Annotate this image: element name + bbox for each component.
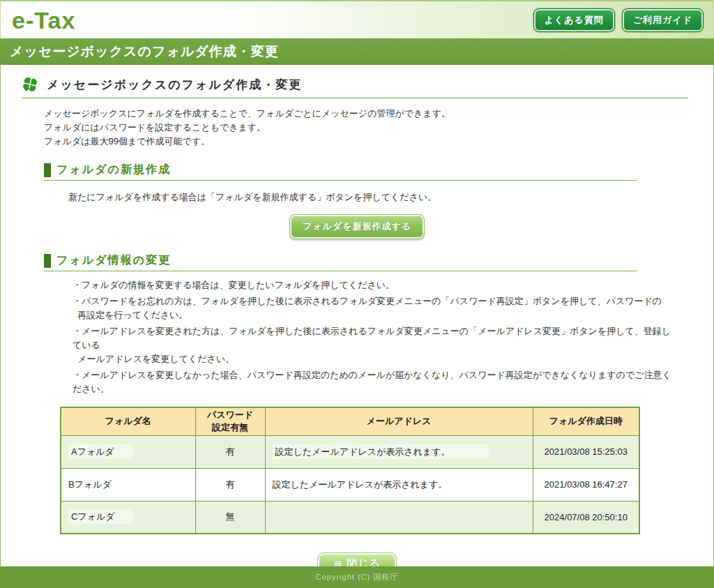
created-datetime: 2024/07/08 20:50:10	[533, 501, 639, 534]
col-header-email: メールアドレス	[265, 407, 533, 435]
page-title-bar-text: メッセージボックスのフォルダ作成・変更	[10, 44, 279, 59]
created-datetime: 2021/03/08 15:25:03	[533, 435, 639, 468]
page-title-bar: メッセージボックスのフォルダ作成・変更	[0, 38, 714, 65]
change-instructions-list: ・フォルダの情報を変更する場合は、変更したいフォルダを押してください。 ・パスワ…	[73, 278, 671, 396]
intro-line: フォルダにはパスワードを設定することもできます。	[1, 121, 713, 135]
table-row-folder-c[interactable]: Cフォルダ 無 2024/07/08 20:50:10	[61, 501, 639, 534]
instruction-item: ・パスワードをお忘れの方は、フォルダを押した後に表示されるフォルダ変更メニューの…	[73, 294, 671, 322]
clover-icon	[22, 76, 38, 93]
intro-text: メッセージボックスにフォルダを作成することで、フォルダごとにメッセージの管理がで…	[1, 107, 713, 149]
section-title-change: フォルダ情報の変更	[44, 253, 637, 271]
folder-name[interactable]: Cフォルダ	[68, 509, 133, 524]
email-value: 設定したメールアドレスが表示されます。	[273, 444, 489, 459]
page-heading: メッセージボックスのフォルダ作成・変更	[22, 76, 688, 98]
intro-line: メッセージボックスにフォルダを作成することで、フォルダごとにメッセージの管理がで…	[1, 107, 713, 121]
close-button[interactable]: ⊗ 閉じる	[317, 552, 396, 566]
create-folder-button[interactable]: フォルダを新規作成する	[289, 214, 425, 239]
folder-table: フォルダ名 パスワード 設定有無 メールアドレス フォルダ作成日時 Aフォルダ …	[60, 407, 640, 534]
intro-line: フォルダは最大99個まで作成可能です。	[1, 135, 713, 149]
header-nav: よくある質問 ご利用ガイド	[533, 8, 704, 32]
header: e-Tax よくある質問 ご利用ガイド	[0, 0, 714, 38]
section-title-create: フォルダの新規作成	[44, 163, 637, 181]
close-button-label: 閉じる	[347, 557, 381, 566]
section-change-folder: フォルダ情報の変更 ・フォルダの情報を変更する場合は、変更したいフォルダを押して…	[1, 253, 713, 534]
col-header-password-set: パスワード 設定有無	[195, 407, 265, 435]
main-content: メッセージボックスのフォルダ作成・変更 メッセージボックスにフォルダを作成するこ…	[0, 65, 714, 566]
section-create-folder: フォルダの新規作成 新たにフォルダを作成する場合は「フォルダを新規作成する」ボタ…	[1, 163, 713, 239]
footer: Copyright (C) 国税庁	[0, 566, 714, 588]
password-flag: 無	[195, 501, 265, 534]
instruction-item: ・メールアドレスを変更された方は、フォルダを押した後に表示されるフォルダ変更メニ…	[73, 324, 671, 366]
create-button-row: フォルダを新規作成する	[1, 214, 713, 239]
instruction-item: ・メールアドレスを変更しなかった場合、パスワード再設定のためのメールが届かなくな…	[73, 368, 671, 396]
section-marker-icon	[44, 163, 51, 177]
section-title-text: フォルダ情報の変更	[56, 253, 171, 268]
close-circle-icon: ⊗	[333, 559, 343, 566]
folder-name[interactable]: Bフォルダ	[68, 479, 112, 490]
password-flag: 有	[195, 435, 265, 468]
section-marker-icon	[44, 254, 51, 268]
usage-guide-button[interactable]: ご利用ガイド	[622, 8, 704, 32]
table-row-folder-a[interactable]: Aフォルダ 有 設定したメールアドレスが表示されます。 2021/03/08 1…	[61, 435, 639, 468]
col-header-folder-name: フォルダ名	[61, 407, 195, 435]
create-folder-description: 新たにフォルダを作成する場合は「フォルダを新規作成する」ボタンを押してください。	[68, 191, 713, 204]
close-button-row: ⊗ 閉じる	[1, 552, 713, 566]
page: e-Tax よくある質問 ご利用ガイド メッセージボックスのフォルダ作成・変更	[0, 0, 714, 588]
folder-name[interactable]: Aフォルダ	[68, 444, 132, 459]
instruction-item: ・フォルダの情報を変更する場合は、変更したいフォルダを押してください。	[73, 278, 671, 292]
password-flag: 有	[195, 468, 265, 501]
faq-button[interactable]: よくある質問	[533, 8, 615, 32]
col-header-created: フォルダ作成日時	[533, 407, 639, 435]
etax-logo: e-Tax	[12, 8, 75, 32]
page-title: メッセージボックスのフォルダ作成・変更	[47, 77, 302, 93]
section-title-text: フォルダの新規作成	[56, 163, 171, 177]
created-datetime: 2021/03/08 16:47:27	[533, 468, 639, 501]
table-row-folder-b[interactable]: Bフォルダ 有 設定したメールアドレスが表示されます。 2021/03/08 1…	[61, 468, 639, 501]
copyright-text: Copyright (C) 国税庁	[316, 573, 398, 581]
folder-table-header-row: フォルダ名 パスワード 設定有無 メールアドレス フォルダ作成日時	[61, 407, 639, 435]
email-value: 設定したメールアドレスが表示されます。	[273, 479, 448, 490]
